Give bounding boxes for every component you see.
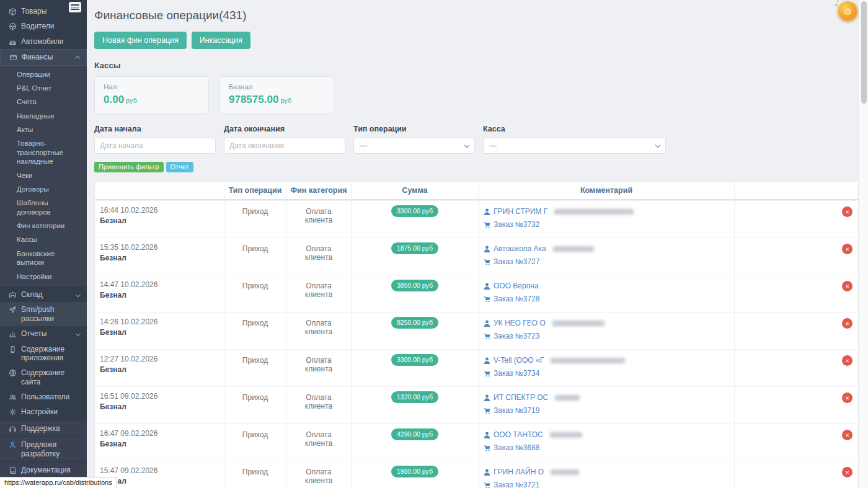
row-type: Приход	[224, 200, 286, 237]
sidebar-item-support[interactable]: Поддержка	[0, 421, 87, 436]
row-time: 15:35 10.02.2026	[100, 243, 219, 252]
submenu-item-receipts[interactable]: Чеки	[0, 169, 87, 182]
user-icon	[484, 469, 490, 476]
sidebar-item-stock[interactable]: Склад	[0, 287, 87, 302]
client-link[interactable]: ГРИН СТРИМ Г	[484, 207, 729, 216]
sidebar-item-label: Склад	[21, 290, 72, 299]
order-link[interactable]: Заказ №3719	[484, 406, 729, 415]
client-link[interactable]: ООО Верона	[484, 282, 729, 290]
user-icon	[484, 246, 490, 252]
selected-value: —	[360, 141, 367, 150]
sidebar-item-label: Предложи разработку	[21, 440, 82, 458]
submenu-item-bank-statements[interactable]: Банковские выписки	[0, 247, 87, 270]
order-link[interactable]: Заказ №3727	[484, 257, 729, 266]
sidebar-item-suggest-development[interactable]: Предложи разработку	[0, 437, 87, 461]
sidebar-item-documentation[interactable]: Документация	[0, 463, 87, 477]
table-row: 16:44 10.02.2026Безнал Приход Оплата кли…	[95, 200, 858, 237]
submenu-item-waybills[interactable]: Товарно-транспортные накладные	[0, 136, 87, 168]
client-link[interactable]: ГРИН ЛАЙН О	[484, 468, 729, 476]
sidebar-item-settings[interactable]: Настройки	[0, 404, 87, 419]
page-title: Финансовые операции(431)	[94, 9, 851, 22]
app: Товары Водители Автомобили Финансы Опера…	[0, 0, 868, 488]
operation-type-select[interactable]: —	[353, 138, 475, 154]
date-start-input[interactable]	[94, 138, 216, 154]
row-method: Безнал	[100, 477, 219, 486]
row-time: 16:47 09.02.2026	[100, 429, 219, 438]
person-icon	[8, 441, 17, 449]
submenu-item-invoices[interactable]: Накладные	[0, 109, 87, 123]
client-link[interactable]: УК НЕО ГЕО О	[484, 319, 729, 327]
sidebar-item-app-content[interactable]: Содержание приложения	[0, 342, 87, 366]
sidebar-item-reports[interactable]: Отчеты	[0, 326, 87, 341]
close-icon: ✕	[845, 395, 849, 401]
sidebar-item-label: Содержание приложения	[21, 345, 82, 363]
submenu-item-pnl[interactable]: P&L Отчет	[0, 81, 87, 95]
close-icon: ✕	[845, 321, 849, 327]
apply-filter-button[interactable]: Применить фильтр	[94, 162, 164, 172]
incassation-button[interactable]: Инкассация	[192, 32, 250, 49]
submenu-item-operations[interactable]: Операции	[0, 68, 87, 81]
order-link[interactable]: Заказ №3728	[484, 295, 729, 303]
delete-button[interactable]: ✕	[842, 281, 852, 291]
sidebar-item-sms-push[interactable]: Sms/push рассылки	[0, 302, 87, 326]
headset-icon	[8, 425, 17, 433]
order-link[interactable]: Заказ №3688	[484, 443, 729, 452]
table-row: 15:35 10.02.2026Безнал Приход Оплата кли…	[95, 237, 858, 275]
vertical-scrollbar[interactable]	[859, 0, 868, 488]
sidebar-item-finance[interactable]: Финансы	[0, 49, 87, 65]
submenu-item-acts[interactable]: Акты	[0, 123, 87, 136]
submenu-item-accounts[interactable]: Счета	[0, 95, 87, 109]
client-link[interactable]: ИТ СПЕКТР ОС	[484, 393, 729, 402]
delete-button[interactable]: ✕	[842, 355, 852, 366]
client-link[interactable]: Автошкола Ака	[484, 244, 729, 253]
sidebar-item-site-content[interactable]: Содержание сайта	[0, 365, 87, 389]
order-link[interactable]: Заказ №3734	[484, 369, 729, 378]
sidebar: Товары Водители Автомобили Финансы Опера…	[0, 0, 87, 488]
cash-card-label: Безнал	[229, 83, 325, 91]
table-row: 14:47 10.02.2026Безнал Приход Оплата кли…	[95, 275, 858, 312]
scrollbar-thumb[interactable]	[861, 1, 867, 104]
order-link[interactable]: Заказ №3723	[484, 332, 729, 340]
cart-icon	[484, 445, 490, 451]
amount-badge: 1875.00 руб	[391, 242, 438, 254]
delete-button[interactable]: ✕	[842, 318, 852, 329]
amount-badge: 1980.00 руб	[391, 466, 438, 477]
submenu-item-cashboxes[interactable]: Кассы	[0, 233, 87, 246]
row-method: Безнал	[100, 291, 219, 299]
submenu-item-contract-templates[interactable]: Шаблоны договоров	[0, 196, 87, 219]
sidebar-item-label: Отчеты	[21, 329, 72, 338]
delete-button[interactable]: ✕	[842, 467, 852, 477]
delete-button[interactable]: ✕	[842, 393, 852, 403]
table-row: 16:51 09.02.2026Безнал Приход Оплата кли…	[95, 386, 858, 424]
client-link[interactable]: V-Tell (ООО «Г	[484, 356, 729, 365]
row-category: Оплата клиента	[286, 200, 351, 237]
sidebar-item-label: Автомобили	[21, 37, 82, 46]
client-link[interactable]: ООО ТАНТОС	[484, 430, 729, 439]
delete-button[interactable]: ✕	[842, 206, 852, 217]
table-row: 16:47 09.02.2026Безнал Приход Оплата кли…	[95, 424, 858, 461]
order-link[interactable]: Заказ №3721	[484, 481, 729, 488]
sidebar-item-users[interactable]: Пользователи	[0, 389, 87, 404]
delete-button[interactable]: ✕	[842, 430, 852, 440]
cash-card-amount: 0.00	[104, 94, 124, 105]
table-row: 12:27 10.02.2026Безнал Приход Оплата кли…	[95, 349, 858, 386]
currency-label: руб	[280, 97, 291, 104]
date-end-input[interactable]	[224, 138, 345, 154]
delete-button[interactable]: ✕	[842, 244, 852, 254]
submenu-item-fin-categories[interactable]: Фин категории	[0, 219, 87, 233]
promo-gift-badge[interactable]: ⚙	[838, 1, 858, 22]
close-icon: ✕	[845, 358, 849, 364]
row-type: Приход	[224, 461, 286, 488]
new-operation-button[interactable]: Новая фин операция	[94, 32, 187, 49]
submenu-item-settings[interactable]: Настройки	[0, 270, 87, 283]
report-button[interactable]: Отчет	[166, 162, 193, 172]
menu-toggle-button[interactable]	[69, 2, 81, 12]
sidebar-item-drivers[interactable]: Водители	[0, 19, 87, 33]
sidebar-item-cars[interactable]: Автомобили	[0, 34, 87, 49]
header-actions	[734, 182, 859, 200]
submenu-item-contracts[interactable]: Договоры	[0, 182, 87, 196]
order-link[interactable]: Заказ №3732	[484, 220, 729, 229]
row-type: Приход	[224, 349, 286, 386]
sidebar-item-label: Финансы	[22, 53, 71, 61]
cashbox-select[interactable]: —	[483, 138, 666, 154]
